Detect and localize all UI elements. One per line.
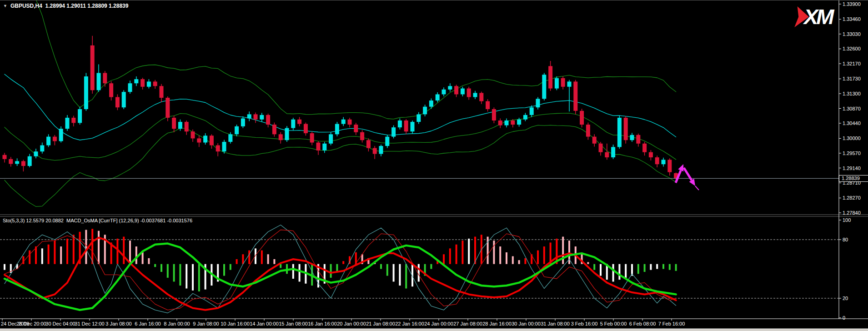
candlestick: [322, 144, 326, 150]
candlestick: [191, 131, 195, 138]
osma-histogram-bar: [73, 235, 75, 264]
candlestick: [140, 79, 145, 87]
osma-histogram-bar: [179, 264, 181, 286]
chart-background: [0, 0, 868, 331]
candlestick: [65, 118, 70, 129]
time-axis-label: 9 Jan 08:00: [193, 321, 219, 326]
candlestick: [479, 93, 483, 101]
candlestick: [160, 86, 164, 98]
candlestick: [404, 120, 408, 131]
candlestick: [285, 128, 289, 140]
candlestick: [59, 129, 63, 141]
candlestick: [517, 120, 521, 125]
price-axis-label: 1.32600: [843, 46, 861, 51]
candlestick: [316, 142, 321, 150]
indicator-axis-label: 20: [843, 296, 848, 301]
osma-histogram-bar: [593, 264, 595, 270]
candlestick: [203, 135, 207, 142]
candlestick: [561, 78, 565, 87]
osma-histogram-bar: [91, 229, 93, 264]
osma-histogram-bar: [669, 264, 671, 270]
osma-histogram-bar: [230, 264, 231, 270]
osma-histogram-bar: [66, 239, 68, 264]
candlestick: [454, 86, 458, 94]
candlestick: [122, 92, 126, 107]
osma-histogram-bar: [386, 264, 388, 276]
candlestick: [473, 93, 477, 97]
osma-histogram-bar: [292, 264, 294, 279]
candlestick: [254, 114, 258, 119]
osma-histogram-bar: [248, 251, 250, 264]
time-axis-label: 16 Jan 16:00: [308, 321, 337, 326]
price-axis-label: 1.29140: [843, 166, 861, 171]
symbol-dropdown-arrow-icon[interactable]: ▼: [3, 4, 7, 8]
candlestick: [272, 125, 276, 134]
candlestick: [210, 135, 214, 145]
osma-histogram-bar: [518, 260, 520, 264]
candlestick: [348, 120, 352, 125]
candlestick: [266, 115, 270, 125]
candlestick: [222, 142, 226, 151]
osma-histogram-bar: [587, 262, 589, 264]
candlestick: [624, 118, 628, 140]
time-axis-label: 22 Jan 16:00: [395, 321, 424, 326]
osma-histogram-bar: [192, 264, 194, 291]
osma-histogram-bar: [85, 230, 87, 264]
candlestick: [592, 137, 597, 144]
candlestick: [341, 120, 346, 124]
osma-histogram-bar: [41, 248, 43, 264]
candlestick: [247, 114, 251, 118]
osma-histogram-bar: [650, 264, 652, 270]
time-axis-label: 31 Dec 12:00: [75, 321, 104, 326]
osma-histogram-bar: [524, 258, 526, 264]
candlestick: [379, 146, 383, 154]
candlestick: [467, 89, 471, 97]
candlestick: [228, 134, 232, 142]
osma-histogram-bar: [487, 237, 489, 264]
candlestick: [655, 157, 659, 164]
osma-histogram-bar: [54, 241, 55, 264]
candlestick: [241, 118, 245, 126]
candlestick: [147, 81, 151, 86]
osma-histogram-bar: [154, 264, 156, 267]
osma-histogram-bar: [618, 264, 620, 280]
candlestick: [461, 89, 465, 95]
candlestick: [304, 124, 308, 133]
osma-histogram-bar: [600, 264, 602, 276]
candlestick: [172, 118, 176, 129]
candlestick: [599, 144, 603, 152]
candlestick: [511, 120, 515, 125]
osma-histogram-bar: [186, 264, 187, 289]
osma-histogram-bar: [48, 245, 50, 264]
osma-histogram-bar: [456, 245, 457, 264]
price-axis-label: 1.30440: [843, 120, 861, 126]
candlestick: [9, 159, 13, 164]
candlestick: [366, 140, 371, 148]
osma-histogram-bar: [29, 251, 30, 264]
candlestick: [416, 114, 421, 122]
osma-histogram-bar: [336, 264, 338, 272]
osma-histogram-bar: [161, 264, 162, 272]
candlestick: [360, 132, 364, 140]
osma-histogram-bar: [656, 264, 658, 269]
osma-histogram-bar: [443, 254, 445, 264]
candlestick: [134, 79, 138, 83]
candlestick: [109, 83, 113, 97]
candlestick: [15, 161, 19, 164]
osma-histogram-bar: [223, 264, 225, 276]
candlestick: [630, 135, 634, 140]
candlestick: [423, 107, 427, 115]
osma-histogram-bar: [506, 252, 507, 264]
candlestick: [536, 99, 540, 107]
candlestick: [411, 122, 415, 131]
candlestick: [605, 152, 609, 157]
time-axis-label: 5 Feb 00:00: [600, 321, 627, 326]
osma-histogram-bar: [537, 251, 539, 264]
chart-canvas[interactable]: 1.339001.334601.330301.326001.321701.317…: [0, 0, 868, 331]
candlestick: [3, 155, 7, 159]
time-axis-label: 20 Jan 00:00: [337, 321, 366, 326]
time-axis-label: 30 Jan 00:00: [512, 321, 541, 326]
osma-histogram-bar: [625, 264, 627, 278]
candlestick: [178, 122, 182, 129]
osma-histogram-bar: [644, 264, 646, 272]
